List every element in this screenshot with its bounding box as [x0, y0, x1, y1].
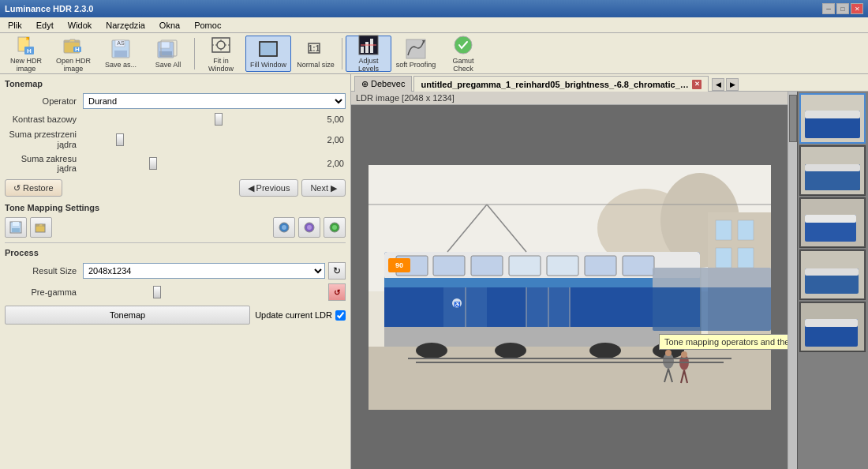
thumbnail-1[interactable] [799, 93, 866, 144]
suma-zakresu-slider[interactable] [83, 157, 311, 170]
fill-window-label: Fill Window [250, 61, 286, 69]
thumbnail-5[interactable] [799, 302, 866, 352]
normal-size-icon: 1:1 [305, 38, 327, 60]
normal-size-button[interactable]: 1:1 Normal size [293, 36, 339, 72]
tonemap-button-label: Tonemap [110, 310, 145, 320]
process-section: Process Result Size 2048x1234 1024x617 5… [5, 242, 346, 325]
result-size-label: Result Size [5, 266, 80, 276]
close-button[interactable]: ✕ [851, 3, 863, 14]
tonemap-button[interactable]: Tonemap [5, 306, 250, 325]
svg-point-45 [332, 225, 337, 230]
menu-edyt[interactable]: Edyt [32, 19, 58, 32]
tm-save-button[interactable] [5, 217, 27, 238]
maximize-button[interactable]: □ [836, 3, 849, 14]
tm-icons-right [273, 217, 346, 238]
operator-select[interactable]: Durand Mantiuk Reinhard Fattal Pattanaik… [83, 93, 346, 109]
tab-close-button[interactable]: ✕ [692, 80, 702, 89]
kontrast-bazowy-slider[interactable] [83, 113, 311, 126]
tab-debevec[interactable]: ⊕ Debevec [354, 76, 412, 92]
pregamma-slider[interactable] [83, 286, 325, 298]
svg-rect-80 [716, 220, 731, 240]
previous-label: Previous [256, 183, 290, 193]
open-hdr-button[interactable]: H Open HDR image [51, 36, 96, 72]
scrollbar-thumb[interactable] [789, 95, 797, 142]
svg-text:♿: ♿ [453, 301, 460, 308]
tonemap-action-row: Tonemap Update current LDR [5, 306, 346, 325]
thumbnail-3[interactable] [799, 197, 866, 248]
svg-point-41 [282, 225, 286, 230]
fill-window-icon [257, 38, 279, 60]
gamut-check-button[interactable]: Gamut Check [440, 36, 486, 72]
suma-zakresu-label: Suma zakresu jądra [5, 154, 80, 173]
restore-button[interactable]: ↺ Restore [5, 179, 62, 197]
result-size-refresh-button[interactable]: ↻ [328, 262, 346, 280]
result-size-select[interactable]: 2048x1234 1024x617 512x308 [83, 263, 325, 279]
tonemap-section-header: Tonemap [5, 79, 346, 88]
next-button[interactable]: Next ▶ [301, 179, 346, 197]
suma-zakresu-slider-container [83, 157, 311, 170]
open-hdr-label: Open HDR image [53, 57, 94, 73]
soft-proofing-button[interactable]: soft Proofing [393, 36, 439, 72]
tab-untitled[interactable]: untitled_pregamma_1_reinhard05_brightnes… [413, 76, 709, 92]
tm-action1-button[interactable] [273, 217, 295, 238]
tone-mapping-settings: Tone Mapping Settings [5, 203, 346, 238]
fit-window-icon [210, 34, 232, 56]
suma-przestrzeni-row: Suma przestrzenijądra 2,00 [5, 129, 346, 150]
thumbnail-strip [797, 92, 868, 469]
restore-prev-next-row: ↺ Restore ◀ Previous Next ▶ [5, 179, 346, 197]
gamut-check-label: Gamut Check [443, 57, 484, 73]
tm-load-button[interactable] [30, 217, 52, 238]
menu-okna[interactable]: Okna [155, 19, 185, 32]
menu-pomoc[interactable]: Pomoc [189, 19, 226, 32]
prev-next-group: ◀ Previous Next ▶ [239, 179, 346, 197]
tm-action3-button[interactable] [324, 217, 346, 238]
svg-rect-23 [260, 42, 277, 56]
suma-przestrzeni-slider[interactable] [83, 133, 311, 146]
svg-point-43 [307, 225, 312, 230]
suma-przestrzeni-label: Suma przestrzenijądra [5, 129, 80, 150]
svg-rect-61 [623, 256, 654, 276]
svg-rect-83 [738, 248, 754, 268]
operator-label: Operator [5, 96, 80, 106]
right-scrollbar[interactable] [788, 92, 797, 469]
tm-action2-button[interactable] [298, 217, 320, 238]
svg-rect-58 [509, 256, 541, 276]
operator-row: Operator Durand Mantiuk Reinhard Fattal … [5, 93, 346, 109]
fill-window-button[interactable]: Fill Window [245, 36, 291, 72]
thumbnail-2[interactable] [799, 145, 866, 196]
tm-settings-header: Tone Mapping Settings [5, 203, 346, 212]
previous-icon: ◀ [248, 183, 254, 193]
app-title: Luminance HDR 2.3.0 [5, 4, 93, 13]
svg-rect-57 [471, 256, 503, 276]
content-row: LDR image [2048 x 1234] [351, 92, 868, 469]
adjust-levels-button[interactable]: Adjust Levels [346, 36, 391, 72]
previous-button[interactable]: ◀ Previous [239, 179, 299, 197]
menu-narzedzia[interactable]: Narzędzia [101, 19, 150, 32]
menu-plik[interactable]: Plik [3, 19, 27, 32]
thumbnail-4[interactable] [799, 250, 866, 300]
tab-next-button[interactable]: ▶ [726, 78, 739, 91]
update-ldr-checkbox[interactable] [335, 310, 346, 321]
next-label: Next [310, 183, 328, 193]
canvas-area[interactable]: 90 [351, 105, 788, 469]
tab-bar: ⊕ Debevec untitled_pregamma_1_reinhard05… [351, 74, 868, 92]
pregamma-reset-button[interactable]: ↺ [328, 283, 346, 301]
tab-prev-button[interactable]: ◀ [712, 78, 724, 91]
menu-widok[interactable]: Widok [63, 19, 97, 32]
svg-text:90: 90 [395, 261, 402, 269]
save-all-button[interactable]: Save All [145, 36, 191, 72]
kontrast-bazowy-slider-container [83, 113, 311, 126]
fit-window-button[interactable]: Fit in Window [198, 36, 244, 72]
svg-rect-81 [738, 220, 754, 240]
kontrast-bazowy-label: Kontrast bazowy [5, 114, 80, 124]
pregamma-slider-container [83, 286, 325, 298]
tab-untitled-label: untitled_pregamma_1_reinhard05_brightnes… [421, 80, 689, 89]
window-controls: ─ □ ✕ [822, 3, 863, 14]
save-as-button[interactable]: AS Save as... [98, 36, 144, 72]
minimize-button[interactable]: ─ [822, 3, 835, 14]
suma-przestrzeni-value: 2,00 [314, 135, 346, 144]
update-ldr-label: Update current LDR [255, 310, 332, 320]
toolbar: H New HDR image H Open HDR image AS Save [0, 33, 868, 74]
svg-point-18 [217, 41, 225, 49]
new-hdr-button[interactable]: H New HDR image [3, 36, 49, 72]
